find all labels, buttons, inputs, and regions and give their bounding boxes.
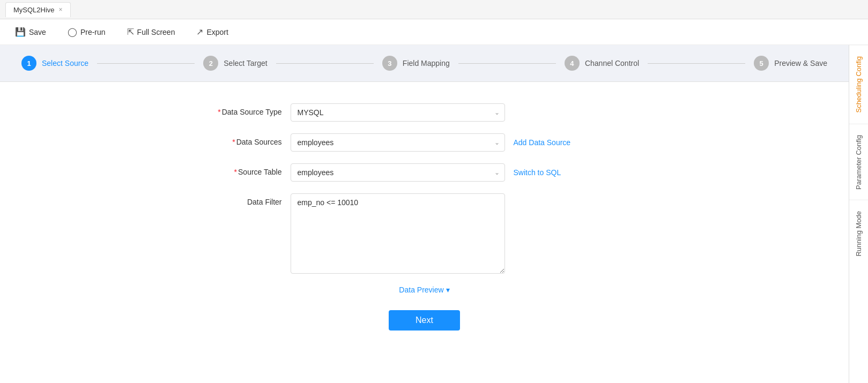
data-source-type-select-wrapper: MYSQL PostgreSQL Oracle SQLServer ⌄: [291, 103, 505, 122]
save-button[interactable]: 💾 Save: [11, 25, 50, 39]
tab-title: MySQL2Hive: [13, 6, 55, 14]
prerun-label: Pre-run: [80, 28, 106, 36]
data-filter-row: Data Filter emp_no <= 10010: [205, 193, 644, 274]
data-preview-row: Data Preview ▾: [205, 286, 644, 294]
content-area: 1 Select Source 2 Select Target 3 Field …: [0, 45, 849, 383]
data-preview-button[interactable]: Data Preview ▾: [399, 286, 449, 294]
step-5-label: Preview & Save: [774, 59, 827, 67]
step-4-label: Channel Control: [585, 59, 639, 67]
source-table-row: *Source Table employees ⌄ Switch to SQL: [205, 163, 644, 182]
data-source-type-select[interactable]: MYSQL PostgreSQL Oracle SQLServer: [291, 103, 505, 122]
step-4[interactable]: 4 Channel Control: [565, 56, 639, 71]
step-1-circle: 1: [21, 56, 36, 71]
export-label: Export: [206, 28, 228, 36]
step-4-circle: 4: [565, 56, 580, 71]
step-2[interactable]: 2 Select Target: [203, 56, 267, 71]
step-line-4: [648, 63, 745, 64]
sidebar-tab-parameter[interactable]: Parameter Config: [849, 124, 868, 200]
switch-to-sql-button[interactable]: Switch to SQL: [514, 168, 561, 177]
next-row: Next: [205, 310, 644, 331]
active-tab[interactable]: MySQL2Hive ×: [5, 2, 71, 17]
required-star-2: *: [232, 138, 235, 146]
source-table-label: *Source Table: [205, 163, 291, 176]
fullscreen-label: Full Screen: [137, 28, 175, 36]
step-2-label: Select Target: [224, 59, 267, 67]
data-source-type-control: MYSQL PostgreSQL Oracle SQLServer ⌄: [291, 103, 644, 122]
fullscreen-button[interactable]: ⇱ Full Screen: [123, 25, 180, 39]
step-line-1: [97, 63, 195, 64]
export-icon: ↗: [196, 27, 203, 37]
data-filter-control: emp_no <= 10010: [291, 193, 644, 274]
add-data-source-button[interactable]: Add Data Source: [514, 138, 571, 147]
sidebar-tab-running[interactable]: Running Mode: [849, 200, 868, 267]
prerun-button[interactable]: ◯ Pre-run: [63, 25, 110, 39]
main-layout: 1 Select Source 2 Select Target 3 Field …: [0, 45, 868, 383]
required-star-1: *: [218, 108, 220, 116]
next-button[interactable]: Next: [389, 310, 460, 331]
step-5[interactable]: 5 Preview & Save: [754, 56, 827, 71]
right-sidebar: Scheduling Config Parameter Config Runni…: [849, 45, 868, 383]
data-sources-select[interactable]: employees: [291, 133, 505, 152]
data-sources-control: employees ⌄ Add Data Source: [291, 133, 644, 152]
step-line-2: [276, 63, 374, 64]
step-3-label: Field Mapping: [403, 59, 450, 67]
step-1-label: Select Source: [42, 59, 88, 67]
step-5-circle: 5: [754, 56, 769, 71]
step-3[interactable]: 3 Field Mapping: [382, 56, 450, 71]
step-line-3: [458, 63, 556, 64]
toolbar: 💾 Save ◯ Pre-run ⇱ Full Screen ↗ Export: [0, 19, 868, 45]
source-table-select-wrapper: employees ⌄: [291, 163, 505, 182]
chevron-down-icon-4: ▾: [446, 286, 450, 294]
form-inner: *Data Source Type MYSQL PostgreSQL Oracl…: [183, 103, 666, 331]
data-filter-textarea[interactable]: emp_no <= 10010: [291, 193, 505, 274]
save-label: Save: [29, 28, 46, 36]
data-sources-label: *Data Sources: [205, 133, 291, 146]
step-2-circle: 2: [203, 56, 218, 71]
save-icon: 💾: [15, 27, 26, 37]
source-table-control: employees ⌄ Switch to SQL: [291, 163, 644, 182]
tab-close-icon[interactable]: ×: [59, 6, 63, 13]
fullscreen-icon: ⇱: [127, 27, 134, 37]
data-sources-row: *Data Sources employees ⌄ Add Data Sourc…: [205, 133, 644, 152]
form-area: *Data Source Type MYSQL PostgreSQL Oracl…: [0, 82, 849, 383]
export-button[interactable]: ↗ Export: [192, 25, 232, 39]
tab-bar: MySQL2Hive ×: [0, 0, 868, 19]
steps-bar: 1 Select Source 2 Select Target 3 Field …: [0, 45, 849, 82]
required-star-3: *: [234, 168, 237, 176]
sidebar-tab-scheduling[interactable]: Scheduling Config: [849, 45, 868, 124]
data-source-type-label: *Data Source Type: [205, 103, 291, 116]
data-sources-select-wrapper: employees ⌄: [291, 133, 505, 152]
prerun-icon: ◯: [68, 27, 77, 37]
data-source-type-row: *Data Source Type MYSQL PostgreSQL Oracl…: [205, 103, 644, 122]
step-3-circle: 3: [382, 56, 397, 71]
source-table-select[interactable]: employees: [291, 163, 505, 182]
data-preview-label: Data Preview: [399, 286, 443, 294]
data-filter-label: Data Filter: [205, 193, 291, 206]
step-1[interactable]: 1 Select Source: [21, 56, 88, 71]
